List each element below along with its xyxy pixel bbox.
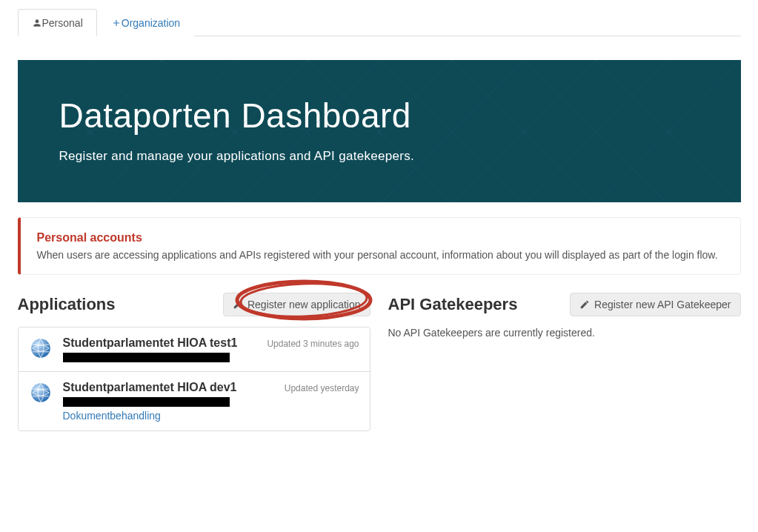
notice-panel: Personal accounts When users are accessi… <box>18 217 741 275</box>
gatekeepers-section: API Gatekeepers Register new API Gatekee… <box>388 293 741 431</box>
application-updated: Updated yesterday <box>285 383 359 393</box>
gatekeepers-heading: API Gatekeepers <box>388 295 518 314</box>
application-tag: Dokumentbehandling <box>63 410 359 422</box>
plus-icon <box>111 18 122 28</box>
svg-point-22 <box>305 60 309 62</box>
register-new-application-button[interactable]: Register new application <box>223 293 370 316</box>
tab-organization[interactable]: Organization <box>97 9 194 36</box>
svg-point-25 <box>449 60 453 62</box>
hero: Dataporten Dashboard Register and manage… <box>18 60 741 202</box>
notice-text: When users are accessing applications an… <box>37 249 724 261</box>
tab-personal-label: Personal <box>42 17 83 29</box>
applications-heading: Applications <box>18 295 116 314</box>
globe-icon <box>29 381 53 405</box>
edit-icon <box>579 299 590 310</box>
tab-personal[interactable]: Personal <box>18 9 97 36</box>
hero-subtitle: Register and manage your applications an… <box>59 149 699 164</box>
user-icon <box>32 18 42 28</box>
register-new-gatekeeper-label: Register new API Gatekeeper <box>594 299 731 310</box>
svg-point-19 <box>160 60 164 62</box>
application-title: Studentparlamentet HIOA test1 <box>63 336 238 350</box>
register-new-application-label: Register new application <box>247 299 361 310</box>
application-item[interactable]: Studentparlamentet HIOA test1 Updated 3 … <box>19 327 370 371</box>
application-redacted <box>63 397 230 407</box>
applications-section: Applications Register new application <box>18 293 370 431</box>
notice-title: Personal accounts <box>37 231 724 245</box>
application-updated: Updated 3 minutes ago <box>267 339 359 349</box>
svg-point-34 <box>31 383 50 402</box>
svg-point-28 <box>594 60 598 62</box>
application-title: Studentparlamentet HIOA dev1 <box>63 381 237 394</box>
gatekeepers-empty: No API Gatekeepers are currently registe… <box>388 327 741 339</box>
edit-icon <box>233 299 243 310</box>
application-list: Studentparlamentet HIOA test1 Updated 3 … <box>18 327 370 431</box>
tabs: Personal Organization <box>18 9 741 36</box>
application-tag-link[interactable]: Dokumentbehandling <box>63 410 161 422</box>
application-item[interactable]: Studentparlamentet HIOA dev1 Updated yes… <box>19 371 370 430</box>
tab-organization-label: Organization <box>122 17 180 29</box>
application-redacted <box>63 353 230 362</box>
svg-point-33 <box>31 339 50 358</box>
hero-title: Dataporten Dashboard <box>59 96 699 136</box>
register-new-gatekeeper-button[interactable]: Register new API Gatekeeper <box>570 293 740 316</box>
globe-icon <box>29 336 53 360</box>
footer: UNINETT — Dataporten — Documentation <box>18 528 741 532</box>
